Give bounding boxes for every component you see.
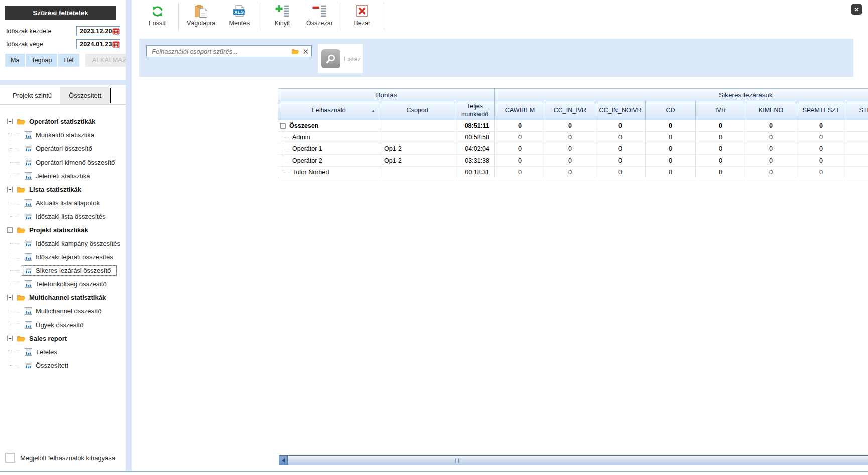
tree-report-item[interactable]: Operátori összesítő — [0, 142, 126, 155]
cell-value: 0 — [846, 155, 868, 167]
horizontal-scrollbar[interactable] — [279, 455, 868, 465]
tree-section[interactable]: Operátori statisztikák — [0, 115, 126, 128]
calendar-icon[interactable] — [112, 41, 120, 48]
period-end-value[interactable]: 2024.01.23 — [80, 41, 112, 48]
column-header-felhaszn-l-[interactable]: Felhasználó▲ — [278, 101, 380, 120]
scroll-left-button[interactable] — [279, 456, 288, 465]
column-header-cawibem[interactable]: CAWIBEM — [495, 101, 545, 120]
group-filter-input[interactable] — [151, 47, 288, 56]
window-close-button[interactable]: ✕ — [851, 4, 862, 15]
tree-section-label[interactable]: Projekt statisztikák — [29, 226, 88, 234]
tree-report-label[interactable]: Összesített — [36, 362, 68, 369]
cell-value: 0 — [796, 143, 846, 155]
tree-report-item[interactable]: Időszaki lista összesítés — [0, 210, 126, 223]
tree-section[interactable]: Sales report — [0, 332, 126, 345]
column-header-csoport[interactable]: Csoport — [380, 101, 455, 120]
table-row[interactable]: Operátor 2Op1-203:31:380000000000 — [278, 155, 868, 167]
magnifier-icon — [325, 53, 337, 65]
tree-section-label[interactable]: Lista statisztikák — [29, 186, 81, 193]
tree-report-item[interactable]: Jelenléti statisztika — [0, 169, 126, 183]
tree-report-item[interactable]: Telefonköltség összesítő — [0, 277, 126, 291]
list-button-label: Listáz — [344, 55, 361, 63]
tree-report-item[interactable]: Ügyek összesítő — [0, 318, 126, 332]
column-header-ivr[interactable]: IVR — [696, 101, 746, 120]
tree-report-label[interactable]: Multichannel összesítő — [36, 307, 102, 315]
expand-all-button[interactable]: Kinyit — [264, 3, 301, 27]
tree-report-item[interactable]: Operátori kimenő összesítő — [0, 155, 126, 169]
tree-report-label[interactable]: Időszaki lejárati összesítés — [36, 253, 113, 261]
tree-section[interactable]: Lista statisztikák — [0, 183, 126, 196]
yesterday-button[interactable]: Tegnap — [26, 54, 57, 67]
tab-projekt-szintu[interactable]: Projekt szintű — [4, 87, 60, 104]
window-bottom-border — [0, 471, 868, 472]
save-xls-button[interactable]: XLS Mentés — [221, 3, 258, 27]
today-button[interactable]: Ma — [5, 54, 25, 67]
sidebar-splitter[interactable] — [126, 0, 132, 472]
refresh-button[interactable]: Frissít — [139, 3, 176, 27]
tree-collapse-icon[interactable] — [7, 227, 13, 233]
tree-report-label[interactable]: Ügyek összesítő — [36, 321, 83, 329]
period-start-value[interactable]: 2023.12.20 — [80, 28, 112, 35]
tree-report-item[interactable]: Sikeres lezárási összesítő — [0, 264, 126, 277]
tree-report-label[interactable]: Aktuális lista állapotok — [36, 199, 100, 207]
tree-line — [283, 137, 289, 138]
tree-section-label[interactable]: Multichannel statisztikák — [29, 294, 106, 301]
tree-collapse-icon[interactable] — [7, 187, 13, 192]
user-name: Összesen — [289, 122, 318, 129]
tree-report-item[interactable]: Időszaki kampány összesítés — [0, 237, 126, 250]
table-row[interactable]: Admin00:58:580000000000 — [278, 132, 868, 143]
tree-report-label[interactable]: Operátori kimenő összesítő — [36, 159, 115, 166]
tree-report-item[interactable]: Összesített — [0, 359, 126, 372]
tree-report-label[interactable]: Telefonköltség összesítő — [36, 280, 107, 288]
tree-report-label[interactable]: Tételes — [36, 348, 57, 356]
cell-value: 0 — [595, 155, 646, 167]
tree-report-label[interactable]: Időszaki lista összesítés — [36, 213, 105, 220]
tree-branch-line — [10, 243, 19, 244]
tree-report-item[interactable]: Multichannel összesítő — [0, 304, 126, 318]
cell-value: 0 — [495, 120, 545, 132]
list-button[interactable] — [321, 49, 340, 68]
close-report-button[interactable]: Bezár — [344, 3, 381, 27]
group-filter-box[interactable]: ✕ — [146, 45, 312, 57]
tree-section-label[interactable]: Sales report — [29, 335, 67, 342]
week-button[interactable]: Hét — [58, 54, 79, 67]
collapse-all-button[interactable]: Összezár — [301, 3, 338, 27]
column-header-kimeno[interactable]: KIMENO — [746, 101, 796, 120]
tree-collapse-icon[interactable] — [7, 336, 13, 341]
column-header-spamteszt[interactable]: SPAMTESZT — [796, 101, 846, 120]
column-header-cc-in-ivr[interactable]: CC_IN_IVR — [545, 101, 595, 120]
tree-report-label[interactable]: Jelenléti statisztika — [36, 172, 90, 180]
chart-report-icon — [25, 307, 32, 315]
tree-collapse-icon[interactable] — [7, 119, 13, 124]
column-header-teljes-munkaido[interactable]: Teljes munkaidő — [455, 101, 495, 120]
tree-report-label[interactable]: Sikeres lezárási összesítő — [36, 267, 111, 274]
folder-picker-icon[interactable] — [291, 48, 299, 55]
tree-report-label[interactable]: Operátori összesítő — [36, 145, 92, 152]
exclude-users-checkbox[interactable] — [5, 453, 15, 463]
tree-report-item[interactable]: Aktuális lista állapotok — [0, 196, 126, 210]
column-header-cc-in-noivr[interactable]: CC_IN_NOIVR — [595, 101, 646, 120]
clipboard-button[interactable]: Vágólapra — [181, 3, 221, 27]
tab-osszesitett[interactable]: Összesített — [60, 87, 110, 104]
tree-collapse-icon[interactable] — [7, 295, 13, 300]
period-end-field[interactable]: 2024.01.23 — [76, 39, 120, 49]
tree-report-label[interactable]: Időszaki kampány összesítés — [36, 240, 120, 247]
cell-total-worktime: 08:51:11 — [455, 120, 495, 132]
table-summary-row[interactable]: Összesen08:51:110000000000 — [278, 120, 868, 132]
tree-section[interactable]: Multichannel statisztikák — [0, 291, 126, 304]
clear-filter-icon[interactable]: ✕ — [302, 48, 309, 55]
calendar-icon[interactable] — [112, 28, 120, 35]
column-header-steszt[interactable]: STESZT — [846, 101, 868, 120]
tree-report-label[interactable]: Munkaidő statisztika — [36, 131, 94, 139]
table-row[interactable]: Operátor 1Op1-204:02:040000000000 — [278, 143, 868, 155]
tree-report-item[interactable]: Időszaki lejárati összesítés — [0, 250, 126, 264]
scrollbar-thumb[interactable] — [288, 456, 868, 465]
table-row[interactable]: Tutor Norbert00:18:310000000000 — [278, 167, 868, 178]
period-start-field[interactable]: 2023.12.20 — [76, 26, 120, 36]
column-header-cd[interactable]: CD — [646, 101, 696, 120]
tree-section[interactable]: Projekt statisztikák — [0, 223, 126, 237]
row-collapse-icon[interactable] — [280, 123, 286, 129]
tree-report-item[interactable]: Tételes — [0, 345, 126, 359]
tree-section-label[interactable]: Operátori statisztikák — [29, 118, 95, 125]
tree-report-item[interactable]: Munkaidő statisztika — [0, 128, 126, 142]
